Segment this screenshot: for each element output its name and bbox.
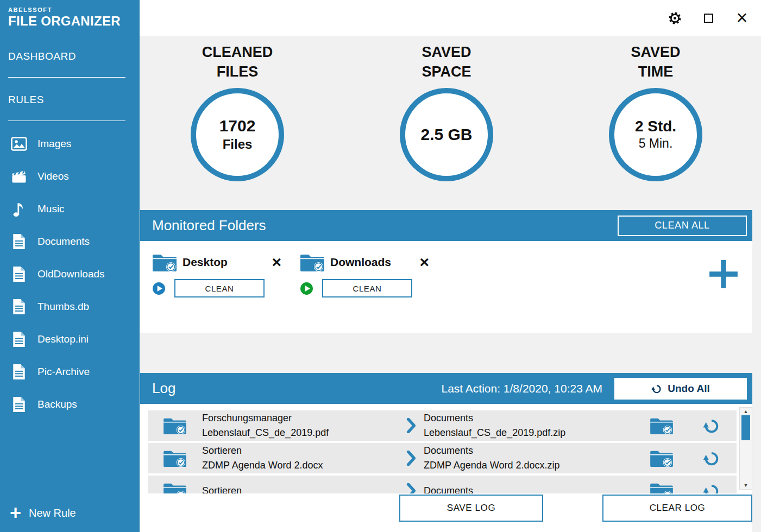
stat-circle-saved-time: 2 Std. 5 Min.	[609, 88, 702, 181]
stat-circle-cleaned-files: 1702 Files	[191, 88, 284, 181]
settings-gear-icon[interactable]	[664, 8, 685, 28]
chevron-right-icon	[406, 451, 416, 466]
save-log-button[interactable]: SAVE LOG	[399, 495, 543, 522]
stat-title: SAVED SPACE	[422, 36, 471, 88]
sidebar-rule-thumbs-db[interactable]: Thumbs.db	[0, 290, 140, 323]
new-rule-button[interactable]: + New Rule	[10, 505, 76, 521]
stat-unit: Files	[223, 136, 253, 153]
play-icon[interactable]	[152, 282, 166, 295]
rule-label: Backups	[37, 398, 77, 410]
monitored-folder-downloads: Downloads × CLEAN	[300, 252, 429, 333]
log-scrollbar[interactable]: ▲ ▼	[739, 407, 752, 490]
sidebar-rule-music[interactable]: Music	[0, 193, 140, 225]
undo-all-button[interactable]: Undo All	[614, 378, 747, 400]
rule-label: Documents	[37, 236, 90, 248]
source-folder-name: Sortieren	[202, 444, 398, 458]
stat-title-line: SAVED	[422, 42, 471, 62]
stat-title-line: CLEANED FILES	[188, 42, 286, 82]
monitored-folders-body: Desktop × CLEAN Downloads ×	[140, 241, 752, 333]
remove-folder-icon[interactable]: ×	[272, 256, 281, 269]
folder-name: Downloads	[330, 256, 391, 269]
undo-all-label: Undo All	[668, 383, 709, 395]
rule-label: Thumbs.db	[37, 301, 89, 313]
close-icon[interactable]: ×	[732, 8, 752, 28]
new-rule-label: New Rule	[29, 507, 76, 520]
monitored-folders-panel: Monitored Folders CLEAN ALL Desktop × CL…	[140, 210, 752, 333]
sidebar-item-rules[interactable]: RULES	[8, 94, 125, 121]
monitored-folders-header: Monitored Folders CLEAN ALL	[140, 210, 752, 241]
rule-label: Images	[37, 138, 71, 150]
image-icon	[9, 134, 29, 154]
stat-saved-space: SAVED SPACE 2.5 GB	[398, 36, 495, 181]
log-destination: Documents ZDMP Agenda Word 2.docx.zip	[424, 444, 650, 473]
stat-title: CLEANED FILES	[188, 36, 286, 88]
rule-label: Videos	[37, 170, 69, 182]
chevron-right-icon	[406, 418, 416, 433]
source-folder-icon[interactable]	[163, 448, 187, 468]
log-footer: SAVE LOG CLEAR LOG	[140, 493, 752, 532]
document-icon	[9, 395, 29, 414]
rule-label: Desktop.ini	[37, 333, 89, 345]
sidebar-rule-olddownloads[interactable]: OldDownloads	[0, 258, 140, 290]
stat-unit: 5 Min.	[639, 136, 673, 152]
stat-title-line: TIME	[631, 62, 680, 81]
open-folder-icon[interactable]	[650, 416, 674, 435]
rule-label: OldDownloads	[37, 268, 105, 280]
scrollbar-thumb[interactable]	[741, 415, 750, 440]
stat-circle-saved-space: 2.5 GB	[400, 88, 493, 181]
panel-title: Log	[152, 380, 175, 397]
remove-folder-icon[interactable]: ×	[419, 256, 429, 269]
app-logo: ABELSSOFT FILE ORGANIZER	[0, 0, 140, 29]
scroll-down-icon[interactable]: ▼	[744, 482, 749, 489]
sidebar-rule-documents[interactable]: Documents	[0, 225, 140, 258]
panel-title: Monitored Folders	[152, 217, 266, 234]
monitored-folder-desktop: Desktop × CLEAN	[152, 252, 281, 333]
maximize-box	[704, 14, 713, 23]
source-file-name: Lebenslauf_CS_de_2019.pdf	[202, 426, 398, 440]
dest-file-name: Lebenslauf_CS_de_2019.pdf.zip	[424, 426, 650, 440]
clean-all-button[interactable]: CLEAN ALL	[618, 216, 747, 236]
titlebar: ×	[140, 0, 761, 36]
maximize-icon[interactable]	[698, 8, 719, 28]
stat-cleaned-files: CLEANED FILES 1702 Files	[188, 36, 286, 181]
music-note-icon	[9, 199, 29, 219]
play-icon[interactable]	[300, 282, 313, 295]
stat-value: 2.5 GB	[420, 125, 472, 144]
dest-folder-name: Documents	[424, 444, 650, 458]
clean-button-desktop[interactable]: CLEAN	[174, 279, 265, 297]
document-icon	[9, 362, 29, 382]
stats-row: CLEANED FILES 1702 Files SAVED SPACE 2.5…	[140, 36, 761, 181]
folder-name: Desktop	[183, 256, 228, 269]
sidebar-rule-videos[interactable]: Videos	[0, 160, 140, 193]
log-source: Forschungsmanager Lebenslauf_CS_de_2019.…	[202, 411, 398, 440]
clear-log-button[interactable]: CLEAR LOG	[602, 495, 752, 522]
dest-folder-name: Documents	[424, 411, 650, 426]
log-row: Sortieren ZDMP Agenda Word 2.docx Docume…	[148, 443, 737, 473]
source-folder-icon[interactable]	[163, 416, 187, 435]
log-panel: Log Last Action: 1/8/2020, 10:23 AM Undo…	[140, 373, 752, 532]
rule-label: Pic-Archive	[37, 366, 90, 378]
dest-file-name: ZDMP Agenda Word 2.docx.zip	[424, 458, 650, 473]
stat-title-line: SAVED	[631, 42, 680, 62]
undo-row-icon[interactable]	[703, 449, 720, 467]
log-row: Forschungsmanager Lebenslauf_CS_de_2019.…	[148, 410, 737, 441]
last-action-text: Last Action: 1/8/2020, 10:23 AM	[441, 382, 602, 395]
document-icon	[9, 264, 29, 284]
clean-button-downloads[interactable]: CLEAN	[322, 279, 412, 297]
folder-check-icon	[300, 252, 325, 273]
scroll-up-icon[interactable]: ▲	[744, 408, 749, 415]
sidebar-rule-pic-archive[interactable]: Pic-Archive	[0, 356, 140, 388]
rules-label: RULES	[8, 94, 44, 105]
open-folder-icon[interactable]	[650, 448, 674, 468]
document-icon	[9, 232, 29, 251]
sidebar-item-dashboard[interactable]: DASHBOARD	[8, 50, 125, 78]
add-folder-button[interactable]	[708, 258, 739, 290]
dashboard-label: DASHBOARD	[8, 50, 76, 62]
undo-icon	[651, 383, 662, 394]
stat-value: 1702	[219, 116, 256, 136]
undo-row-icon[interactable]	[703, 417, 720, 434]
sidebar-rule-images[interactable]: Images	[0, 128, 140, 160]
sidebar-rule-desktop-ini[interactable]: Desktop.ini	[0, 323, 140, 356]
sidebar-rule-backups[interactable]: Backups	[0, 388, 140, 421]
log-header: Log Last Action: 1/8/2020, 10:23 AM Undo…	[140, 373, 752, 404]
